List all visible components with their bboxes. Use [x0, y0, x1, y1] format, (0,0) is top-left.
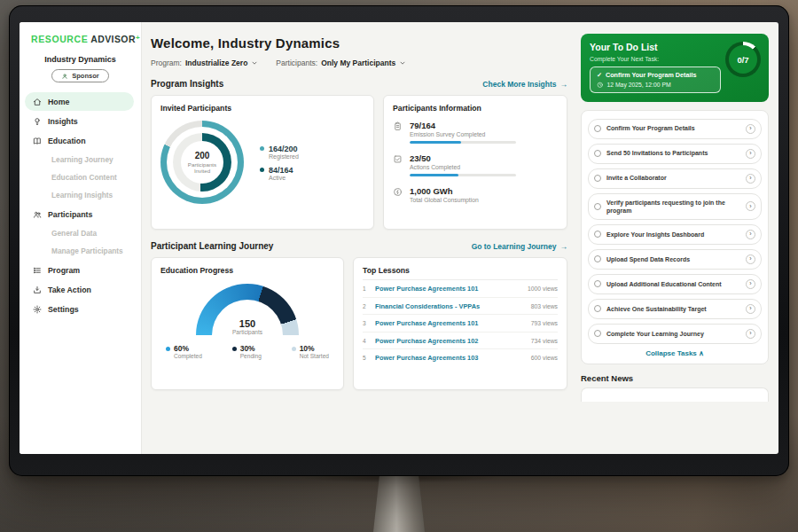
task-checkbox[interactable]: [594, 330, 601, 337]
brand-advisor: ADVISOR: [90, 34, 136, 44]
card-title: Invited Participants: [160, 104, 364, 113]
education-progress-gauge: 150 Participants: [196, 284, 299, 335]
task-row-complete-learning-journey[interactable]: Complete Your Learning Journey ›: [588, 324, 762, 344]
collapse-tasks-link[interactable]: Collapse Tasks ∧: [587, 349, 763, 357]
sidebar-item-learning-journey[interactable]: Learning Journey: [25, 151, 134, 168]
insights-cards-row: Invited Participants 200 Participants In…: [151, 95, 567, 230]
top-lessons-card: Top Lessons 1 Power Purchase Agreements …: [353, 257, 567, 390]
task-open-button[interactable]: ›: [746, 279, 755, 289]
legend-label: Not Started: [300, 353, 329, 359]
sidebar-item-general-data[interactable]: General Data: [25, 224, 134, 242]
task-row-upload-educational-content[interactable]: Upload Additional Educational Content ›: [588, 274, 762, 294]
arrow-right-icon: →: [560, 242, 568, 251]
participants-filter-dropdown[interactable]: Participants: Only My Participants: [276, 59, 406, 67]
sidebar-item-label: Education: [48, 137, 86, 145]
legend-dot: [232, 347, 237, 351]
task-open-button[interactable]: ›: [746, 124, 755, 134]
brand-resource: RESOURCE: [31, 34, 88, 44]
task-checkbox[interactable]: [594, 305, 601, 312]
todo-panel: Your To Do List Complete Your Next Task:…: [578, 22, 778, 454]
task-row-explore-insights[interactable]: Explore Your Insights Dashboard ›: [588, 224, 762, 245]
task-open-button[interactable]: ›: [746, 174, 755, 184]
legend-dot: [260, 146, 264, 151]
task-checkbox[interactable]: [594, 125, 601, 132]
org-name: Industry Dynamics: [20, 55, 141, 64]
chevron-down-icon: [399, 59, 406, 66]
check-more-insights-link[interactable]: Check More Insights →: [482, 80, 567, 89]
program-filter-dropdown[interactable]: Program: Industrialize Zero: [151, 59, 258, 67]
lesson-link[interactable]: Power Purchase Agreements 101: [375, 285, 522, 293]
task-label: Send 50 Invitations to Participants: [606, 149, 740, 157]
education-progress-card: Education Progress 150 Participants 60: [151, 257, 344, 390]
task-row-upload-spend-data[interactable]: Upload Spend Data Records ›: [588, 249, 762, 270]
task-checkbox[interactable]: [594, 280, 601, 287]
todo-progress-count: 0/7: [737, 55, 748, 65]
book-icon: [33, 137, 42, 145]
sidebar-item-settings[interactable]: Settings: [25, 300, 134, 318]
task-label: Upload Spend Data Records: [606, 255, 740, 263]
brand-plus: +: [136, 34, 140, 42]
gauge-legend: 60% Completed 30% Pending 10% Not Starte…: [160, 344, 334, 359]
task-label: Invite a Collaborator: [606, 174, 740, 182]
lesson-views: 600 views: [531, 355, 558, 361]
recent-news-title: Recent News: [581, 373, 769, 383]
sidebar-item-manage-participants[interactable]: Manage Participants: [25, 242, 134, 260]
lesson-link[interactable]: Power Purchase Agreements 101: [375, 319, 526, 327]
task-open-button[interactable]: ›: [746, 230, 755, 239]
task-row-verify-participants[interactable]: Verify participants requesting to join t…: [588, 193, 762, 220]
task-open-button[interactable]: ›: [746, 149, 755, 159]
sidebar-item-education-content[interactable]: Education Content: [25, 168, 134, 186]
task-open-button[interactable]: ›: [746, 254, 755, 264]
monitor-frame: RESOURCE ADVISOR+ Industry Dynamics Spon…: [9, 5, 789, 476]
lesson-link[interactable]: Financial Considerations - VPPAs: [375, 302, 526, 310]
go-to-learning-journey-link[interactable]: Go to Learning Journey →: [472, 242, 567, 251]
program-filter-label: Program:: [151, 59, 182, 67]
lesson-link[interactable]: Power Purchase Agreements 102: [375, 337, 526, 345]
task-row-send-invitations[interactable]: Send 50 Invitations to Participants ›: [588, 144, 762, 164]
lesson-link[interactable]: Power Purchase Agreements 103: [375, 354, 526, 362]
sidebar-item-insights[interactable]: Insights: [25, 112, 134, 130]
arrow-right-icon: →: [560, 80, 568, 89]
legend-value: 10%: [300, 344, 315, 353]
collapse-label: Collapse Tasks: [645, 349, 697, 357]
task-open-button[interactable]: ›: [746, 304, 755, 314]
background-wall: RESOURCE ADVISOR+ Industry Dynamics Spon…: [0, 0, 798, 532]
sidebar-item-education[interactable]: Education: [25, 131, 134, 150]
lightbulb-icon: [33, 117, 42, 126]
program-insights-title: Program Insights: [151, 79, 223, 89]
sidebar-nav: Home Insights Education Learning Journey…: [20, 92, 141, 318]
sidebar-item-label: Participants: [48, 210, 92, 219]
task-checkbox[interactable]: [594, 150, 601, 157]
sidebar-item-learning-insights[interactable]: Learning Insights: [25, 186, 134, 204]
task-open-button[interactable]: ›: [746, 201, 755, 211]
task-checkbox[interactable]: [594, 175, 601, 182]
sidebar-item-take-action[interactable]: Take Action: [25, 280, 134, 299]
task-row-invite-collaborator[interactable]: Invite a Collaborator ›: [588, 168, 762, 189]
legend-label: Active: [269, 175, 299, 181]
task-checkbox[interactable]: [594, 231, 601, 238]
card-title: Participants Information: [393, 104, 558, 113]
sidebar-item-program[interactable]: Program: [25, 261, 134, 279]
task-checkbox[interactable]: [594, 203, 601, 210]
stat-label: Actions Completed: [410, 164, 516, 170]
next-task-box[interactable]: ✓ Confirm Your Program Details 12 May 20…: [590, 66, 721, 93]
task-row-achieve-target[interactable]: Achieve One Sustainability Target ›: [588, 299, 762, 319]
main-content: Welcome, Industry Dynamics Program: Indu…: [142, 22, 578, 454]
participants-filter-value: Only My Participants: [321, 59, 395, 67]
lesson-row: 1 Power Purchase Agreements 101 1000 vie…: [363, 280, 558, 298]
legend-dot: [292, 347, 296, 351]
task-checkbox[interactable]: [594, 255, 601, 262]
sidebar-item-label: Settings: [48, 305, 79, 314]
sidebar-item-participants[interactable]: Participants: [25, 205, 134, 223]
list-icon: [33, 266, 42, 275]
task-open-button[interactable]: ›: [746, 329, 755, 339]
sidebar-item-home[interactable]: Home: [25, 92, 134, 111]
people-icon: [33, 210, 42, 219]
lesson-rank: 3: [363, 320, 370, 326]
stat-value: 1,000 GWh: [410, 186, 479, 196]
sidebar-item-label: Insights: [48, 117, 78, 126]
task-row-confirm-program[interactable]: Confirm Your Program Details ›: [588, 119, 762, 139]
legend-dot: [166, 347, 170, 351]
gauge-label: Participants: [196, 329, 299, 335]
recent-news-card: [581, 387, 769, 402]
